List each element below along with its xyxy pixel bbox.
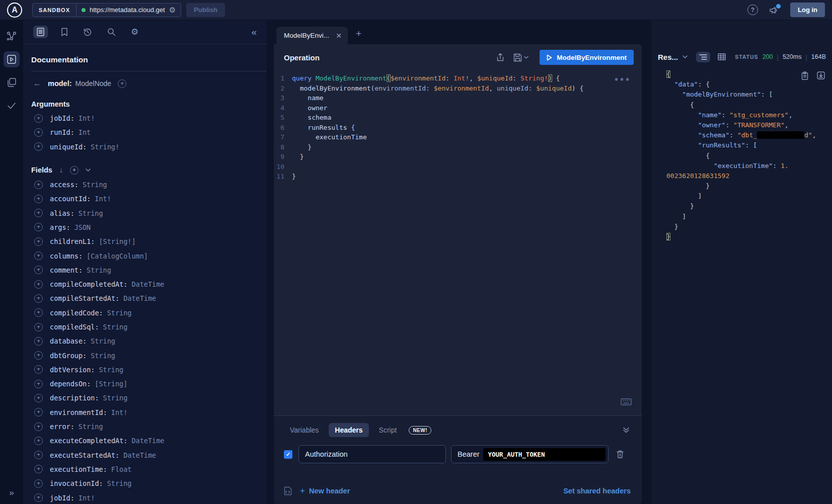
header-enabled-checkbox[interactable]: ✓ xyxy=(284,450,292,459)
field-type[interactable]: String xyxy=(79,209,103,217)
collections-nav-icon[interactable] xyxy=(4,74,20,91)
field-type[interactable]: DateTime xyxy=(123,294,156,302)
add-to-query-icon[interactable]: + xyxy=(34,351,43,360)
share-operation-icon[interactable] xyxy=(496,53,504,62)
field-type-link[interactable]: ModelNode xyxy=(75,79,112,88)
field-type[interactable]: String xyxy=(103,394,128,402)
close-tab-icon[interactable]: ✕ xyxy=(335,32,343,40)
schema-field-row[interactable]: +access:String xyxy=(31,178,267,192)
operation-tab[interactable]: ModelByEnvi... ✕ xyxy=(276,27,348,44)
add-to-query-icon[interactable]: + xyxy=(34,380,43,388)
add-to-query-icon[interactable]: + xyxy=(34,128,43,137)
add-to-query-icon[interactable]: + xyxy=(34,437,43,445)
schema-field-row[interactable]: +description:String xyxy=(31,391,267,405)
save-icon[interactable] xyxy=(513,53,522,62)
add-to-query-icon[interactable]: + xyxy=(34,280,43,289)
login-button[interactable]: Log in xyxy=(790,3,825,17)
save-operation-group[interactable] xyxy=(513,53,528,62)
add-to-query-icon[interactable]: + xyxy=(34,294,43,303)
add-field-icon[interactable]: + xyxy=(118,79,126,88)
download-response-icon[interactable] xyxy=(817,71,825,80)
add-to-query-icon[interactable]: + xyxy=(34,423,43,431)
run-operation-button[interactable]: ModelByEnvironment xyxy=(540,50,634,65)
schema-field-row[interactable]: +error:String xyxy=(31,419,267,434)
graph-nav-icon[interactable] xyxy=(4,28,20,44)
delete-header-icon[interactable] xyxy=(616,450,624,459)
schema-field-row[interactable]: +jobId:Int! xyxy=(31,111,267,125)
schema-field-row[interactable]: +database:String xyxy=(31,334,267,348)
field-type[interactable]: DateTime xyxy=(123,451,156,459)
add-to-query-icon[interactable]: + xyxy=(34,323,43,331)
schema-field-row[interactable]: +comment:String xyxy=(31,263,267,277)
editor-menu-icon[interactable]: ••• xyxy=(614,75,631,85)
schema-field-row[interactable]: +invocationId:String xyxy=(31,476,267,490)
collapse-panel-icon[interactable] xyxy=(623,427,630,433)
add-to-query-icon[interactable]: + xyxy=(34,251,43,260)
add-to-query-icon[interactable]: + xyxy=(34,493,43,502)
tab-variables[interactable]: Variables xyxy=(284,423,325,437)
new-tab-icon[interactable]: + xyxy=(356,29,361,38)
field-type[interactable]: Int! xyxy=(79,114,95,122)
add-to-query-icon[interactable]: + xyxy=(34,451,43,459)
auth-token-value[interactable]: YOUR_AUTH_TOKEN xyxy=(483,448,606,461)
field-type[interactable]: Float xyxy=(111,465,132,473)
add-to-query-icon[interactable]: + xyxy=(34,365,43,374)
field-type[interactable]: DateTime xyxy=(131,280,164,288)
schema-field-row[interactable]: +executionTime:Float xyxy=(31,462,267,476)
schema-field-row[interactable]: +accountId:Int! xyxy=(31,192,267,206)
field-type[interactable]: String xyxy=(99,366,123,374)
bookmarks-tab-icon[interactable] xyxy=(59,26,70,38)
add-to-query-icon[interactable]: + xyxy=(34,408,43,416)
add-all-fields-icon[interactable]: + xyxy=(70,166,79,175)
new-header-button[interactable]: + New header xyxy=(300,486,350,496)
schema-field-row[interactable]: +args:JSON xyxy=(31,220,267,234)
add-to-query-icon[interactable]: + xyxy=(34,209,43,217)
announcements-megaphone-icon[interactable] xyxy=(769,6,779,15)
schema-field-row[interactable]: +compileCompletedAt:DateTime xyxy=(31,277,267,291)
schema-field-row[interactable]: +runId:Int xyxy=(31,125,267,139)
response-dropdown-chevron-icon[interactable] xyxy=(683,55,688,58)
help-icon[interactable]: ? xyxy=(747,5,758,15)
schema-field-row[interactable]: +dependsOn:[String] xyxy=(31,377,267,391)
endpoint-url-input[interactable]: https://metadata.cloud.get xyxy=(90,6,165,14)
field-type[interactable]: String xyxy=(83,181,107,189)
add-to-query-icon[interactable]: + xyxy=(34,237,43,246)
field-type[interactable]: String xyxy=(87,266,111,274)
schema-field-row[interactable]: +alias:String xyxy=(31,206,267,220)
schema-field-row[interactable]: +compiledCode:String xyxy=(31,306,267,320)
schema-field-row[interactable]: +uniqueId:String! xyxy=(31,140,267,154)
add-to-query-icon[interactable]: + xyxy=(34,195,43,203)
field-type[interactable]: DateTime xyxy=(131,437,164,445)
field-type[interactable]: String xyxy=(79,423,103,431)
field-type[interactable]: Int! xyxy=(111,408,128,416)
field-type[interactable]: String xyxy=(107,479,132,487)
field-type[interactable]: String xyxy=(91,352,115,360)
publish-button[interactable]: Publish xyxy=(186,3,225,17)
endpoint-settings-gear-icon[interactable]: ⚙ xyxy=(169,6,176,15)
field-type[interactable]: String xyxy=(107,309,132,317)
explorer-nav-icon[interactable] xyxy=(4,51,20,67)
env-variables-icon[interactable] xyxy=(284,486,292,495)
add-to-query-icon[interactable]: + xyxy=(34,223,43,231)
schema-field-row[interactable]: +dbtGroup:String xyxy=(31,348,267,362)
add-to-query-icon[interactable]: + xyxy=(34,308,43,317)
copy-response-icon[interactable] xyxy=(801,71,808,80)
collapse-docs-icon[interactable]: « xyxy=(251,27,257,38)
schema-field-row[interactable]: +jobId:Int! xyxy=(31,490,267,504)
header-value-input[interactable]: Bearer YOUR_AUTH_TOKEN xyxy=(451,445,609,463)
schema-field-row[interactable]: +executeStartedAt:DateTime xyxy=(31,448,267,462)
add-to-query-icon[interactable]: + xyxy=(34,266,43,274)
checks-nav-icon[interactable] xyxy=(4,98,20,114)
add-to-query-icon[interactable]: + xyxy=(34,337,43,346)
schema-field-row[interactable]: +columns:[CatalogColumn] xyxy=(31,248,267,263)
add-to-query-icon[interactable]: + xyxy=(34,181,43,189)
field-type[interactable]: Int! xyxy=(79,494,95,502)
table-view-icon[interactable] xyxy=(715,51,729,62)
schema-field-row[interactable]: +compiledSql:String xyxy=(31,320,267,334)
sort-fields-icon[interactable]: ↓ xyxy=(59,166,63,174)
schema-field-row[interactable]: +compileStartedAt:DateTime xyxy=(31,291,267,305)
set-shared-headers-link[interactable]: Set shared headers xyxy=(563,487,631,495)
add-to-query-icon[interactable]: + xyxy=(34,114,43,123)
response-json-viewer[interactable]: { "data": { "modelByEnvironment": [ { "n… xyxy=(651,64,832,504)
documentation-tab-icon[interactable] xyxy=(33,26,48,38)
